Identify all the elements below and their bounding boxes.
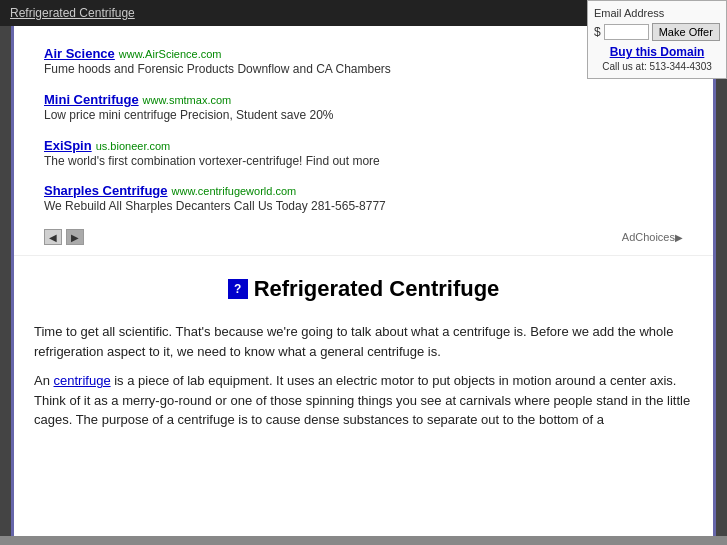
topbar-link[interactable]: Refrigerated Centrifuge (10, 6, 135, 20)
widget-title: Email Address (594, 7, 720, 19)
domain-widget: Email Address $ Make Offer Buy this Doma… (587, 0, 727, 79)
adchoices-label: AdChoices (622, 231, 675, 243)
ad-prev-button[interactable]: ◀ (44, 229, 62, 245)
article-icon: ? (228, 279, 248, 299)
article-paragraph-2: An centrifuge is a piece of lab equipmen… (34, 371, 693, 430)
adchoices-arrow-icon: ▶ (675, 232, 683, 243)
ad-navigation: ◀ ▶ AdChoices ▶ (44, 229, 683, 245)
make-offer-button[interactable]: Make Offer (652, 23, 720, 41)
ad-desc-4: We Rebuild All Sharples Decanters Call U… (44, 198, 683, 215)
ad-title-4[interactable]: Sharples Centrifuge (44, 183, 168, 198)
ad-url-2: www.smtmax.com (143, 94, 232, 106)
ad-title-1[interactable]: Air Science (44, 46, 115, 61)
adchoices: AdChoices ▶ (622, 231, 683, 243)
centrifuge-link[interactable]: centrifuge (54, 373, 111, 388)
ad-desc-2: Low price mini centrifuge Precision, Stu… (44, 107, 683, 124)
ad-url-3: us.bioneer.com (96, 140, 171, 152)
article-section: ? Refrigerated Centrifuge Time to get al… (14, 256, 713, 460)
call-us-text: Call us at: 513-344-4303 (594, 61, 720, 72)
article-body: Time to get all scientific. That's becau… (34, 322, 693, 430)
article-header: ? Refrigerated Centrifuge (34, 276, 693, 302)
ad-url-4: www.centrifugeworld.com (172, 185, 297, 197)
offer-row: $ Make Offer (594, 23, 720, 41)
ad-title-2[interactable]: Mini Centrifuge (44, 92, 139, 107)
ad-item-3: ExiSpinus.bioneer.com The world's first … (44, 138, 683, 170)
article-icon-letter: ? (234, 282, 241, 296)
right-sidebar-strip (713, 26, 727, 536)
ad-url-1: www.AirScience.com (119, 48, 222, 60)
ad-title-3[interactable]: ExiSpin (44, 138, 92, 153)
buy-domain-link[interactable]: Buy this Domain (594, 45, 720, 59)
ad-item-4: Sharples Centrifugewww.centrifugeworld.c… (44, 183, 683, 215)
article-paragraph-1: Time to get all scientific. That's becau… (34, 322, 693, 361)
ad-item-2: Mini Centrifugewww.smtmax.com Low price … (44, 92, 683, 124)
article-title: Refrigerated Centrifuge (254, 276, 500, 302)
dollar-sign: $ (594, 25, 601, 39)
ad-next-button[interactable]: ▶ (66, 229, 84, 245)
ad-desc-3: The world's first combination vortexer-c… (44, 153, 683, 170)
main-content: Air Sciencewww.AirScience.com Fume hoods… (14, 26, 713, 536)
price-input[interactable] (604, 24, 649, 40)
main-layout: Air Sciencewww.AirScience.com Fume hoods… (0, 26, 727, 536)
left-sidebar-strip (0, 26, 14, 536)
